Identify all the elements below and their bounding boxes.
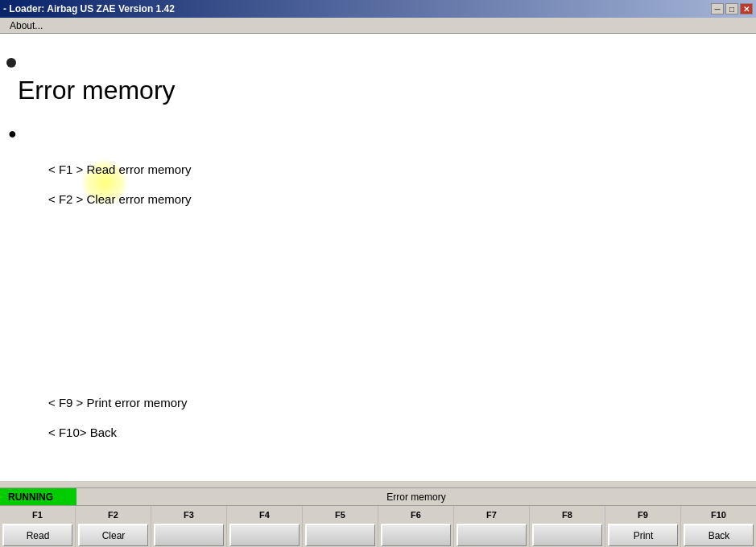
fkey-group-f7: F7 — [454, 506, 530, 547]
fkey-label-f1: F1 — [32, 508, 43, 520]
fkey-button-f2[interactable]: Clear — [78, 524, 148, 546]
minimize-button[interactable]: ─ — [711, 3, 724, 14]
fkey-label-f9: F9 — [638, 508, 648, 520]
fkey-label-f4: F4 — [259, 508, 270, 520]
fkey-label-f7: F7 — [486, 508, 497, 520]
title-bar: - Loader: Airbag US ZAE Version 1.42 ─ □… — [0, 0, 756, 18]
menu-options-top: < F1 > Read error memory < F2 > Clear er… — [48, 162, 192, 222]
bullet-indicator: ● — [8, 125, 17, 142]
about-menu-item[interactable]: About... — [3, 19, 49, 33]
status-bar: RUNNING Error memory F1ReadF2ClearF3F4F5… — [0, 487, 756, 547]
fkey-group-f4: F4 — [227, 506, 303, 547]
menu-bar: About... — [0, 18, 756, 34]
f9-option-label: Print error memory — [87, 396, 188, 409]
fkey-button-f5 — [305, 524, 375, 546]
f1-option: < F1 > Read error memory — [48, 162, 192, 176]
fkey-button-f6 — [381, 524, 451, 546]
fkey-button-f4 — [229, 524, 300, 546]
fkey-group-f2: F2Clear — [76, 506, 151, 547]
menu-options-bottom: < F9 > Print error memory < F10> Back — [48, 396, 188, 455]
fkey-group-f10: F10Back — [681, 506, 756, 547]
fkey-group-f1: F1Read — [0, 506, 76, 547]
fkey-label-f8: F8 — [562, 508, 572, 520]
fkey-group-f5: F5 — [303, 506, 378, 547]
fkey-button-f1[interactable]: Read — [2, 524, 72, 546]
f10-option-label: Back — [90, 426, 117, 439]
fkey-group-f6: F6 — [378, 506, 454, 547]
page-title: Error memory — [18, 76, 176, 105]
fkey-button-f10[interactable]: Back — [684, 524, 754, 546]
f10-option: < F10> Back — [48, 426, 188, 439]
fkey-button-f8 — [532, 524, 602, 546]
fkey-label-f10: F10 — [711, 508, 726, 520]
f2-option: < F2 > Clear error memory — [48, 192, 192, 206]
title-bar-buttons: ─ □ ✕ — [711, 3, 753, 14]
f10-key-label: < F10> — [48, 426, 90, 439]
fkey-label-f6: F6 — [411, 508, 421, 520]
f2-key-label: < F2 > — [48, 192, 87, 206]
fkey-label-f2: F2 — [108, 508, 118, 520]
f9-key-label: < F9 > — [48, 396, 87, 409]
f1-option-label: Read error memory — [87, 162, 192, 176]
status-row: RUNNING Error memory — [0, 488, 756, 506]
fkey-label-f5: F5 — [335, 508, 345, 520]
title-bar-text: - Loader: Airbag US ZAE Version 1.42 — [3, 3, 175, 14]
fkey-button-f3 — [154, 524, 224, 546]
function-key-row: F1ReadF2ClearF3F4F5F6F7F8F9PrintF10Back — [0, 506, 756, 547]
fkey-group-f3: F3 — [151, 506, 227, 547]
fkey-button-f9[interactable]: Print — [608, 524, 678, 546]
f9-option: < F9 > Print error memory — [48, 396, 188, 409]
maximize-button[interactable]: □ — [725, 3, 738, 14]
fkey-button-f7 — [456, 524, 527, 546]
loading-indicator — [6, 58, 16, 68]
close-button[interactable]: ✕ — [740, 3, 753, 14]
f2-option-label: Clear error memory — [87, 192, 192, 206]
f1-key-label: < F1 > — [48, 162, 87, 176]
main-area: Error memory ● < F1 > Read error memory … — [0, 34, 756, 481]
title-label: - Loader: Airbag US ZAE Version 1.42 — [3, 3, 175, 14]
status-label: Error memory — [76, 491, 756, 503]
fkey-group-f9: F9Print — [605, 506, 681, 547]
running-indicator: RUNNING — [0, 488, 76, 505]
fkey-label-f3: F3 — [184, 508, 194, 520]
fkey-group-f8: F8 — [530, 506, 605, 547]
